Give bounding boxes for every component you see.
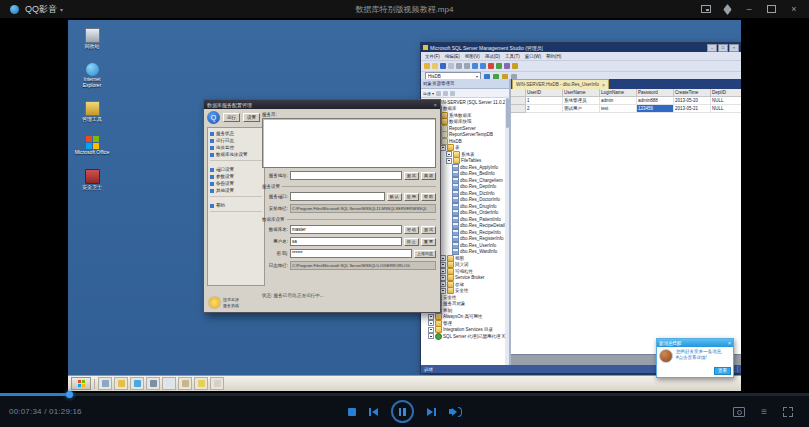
grid-cell[interactable]: 测试用户 <box>563 105 600 113</box>
notification-close-icon[interactable]: × <box>728 340 731 346</box>
row-header[interactable] <box>511 105 526 113</box>
playlist-button[interactable]: ≡ <box>761 407 767 417</box>
taskbar-app-sql-server[interactable] <box>210 377 224 390</box>
execute-icon[interactable] <box>488 63 494 69</box>
menu-item[interactable]: 视图(V) <box>465 54 480 59</box>
tab-settings[interactable]: 设置 <box>243 113 260 122</box>
grid-cell[interactable]: test <box>600 105 637 113</box>
previous-button[interactable] <box>369 408 378 416</box>
tab-run[interactable]: 运行 <box>223 113 240 122</box>
copy-icon[interactable] <box>464 63 470 69</box>
grid-cell[interactable]: 123456 <box>637 105 674 113</box>
video-display-area[interactable]: 回收站Internet Explorer管理工具Microsoft Office… <box>68 20 741 391</box>
ssms-close-button[interactable]: × <box>729 44 739 52</box>
ssms-titlebar[interactable]: Microsoft SQL Server Management Studio (… <box>421 43 741 52</box>
menu-item[interactable]: 文件(F) <box>425 54 440 59</box>
stop-icon[interactable] <box>450 91 455 96</box>
print-icon[interactable] <box>448 63 454 69</box>
column-header[interactable]: CreateTime <box>674 89 711 97</box>
expander-icon[interactable] <box>428 333 434 339</box>
save-icon[interactable] <box>440 63 446 69</box>
dialog-sidebar-item[interactable]: 连接监控 <box>210 144 262 151</box>
taskbar-app-config-tool[interactable] <box>194 377 208 390</box>
field-input[interactable] <box>290 225 402 234</box>
taskbar-app-notepad[interactable] <box>162 377 176 390</box>
menu-item[interactable]: 编辑(E) <box>445 54 460 59</box>
player-main-menu-button[interactable]: QQ影音 ▾ <box>25 3 63 16</box>
taskbar-app-server-manager[interactable] <box>146 377 160 390</box>
new-query-icon[interactable] <box>424 63 430 69</box>
dialog-button[interactable]: 测 试 <box>421 226 436 234</box>
dialog-sidebar-item[interactable]: 端口设置 <box>210 166 262 173</box>
objexp-scrollbar[interactable] <box>505 96 509 365</box>
notification-action-button[interactable]: 查看 <box>714 367 731 375</box>
close-button[interactable]: × <box>789 4 799 14</box>
tab-close-icon[interactable]: × <box>602 82 605 88</box>
grid-cell[interactable]: 2013-05-20 <box>674 97 711 105</box>
dialog-sidebar-item[interactable]: 数据库连接设置 <box>210 151 262 158</box>
minimize-button[interactable]: – <box>744 4 754 14</box>
desktop-icon-security[interactable]: 安全卫士 <box>74 169 110 191</box>
grid-cell[interactable]: 1 <box>526 97 563 105</box>
dialog-button[interactable]: 应 用 <box>404 193 419 201</box>
progress-handle[interactable] <box>66 391 73 398</box>
redo-icon[interactable] <box>480 63 486 69</box>
dialog-button[interactable]: 测 试 <box>404 172 419 180</box>
column-header[interactable]: UserID <box>526 89 563 97</box>
mini-mode-button[interactable] <box>701 5 711 13</box>
menu-item[interactable]: 工具(T) <box>505 54 520 59</box>
registered-servers-icon[interactable] <box>512 63 518 69</box>
dialog-sidebar-item[interactable]: 服务状态 <box>210 130 262 137</box>
connect-button[interactable]: 连接 ▾ <box>423 91 434 96</box>
dialog-titlebar[interactable]: 数据库服务配置管理 × <box>204 100 440 109</box>
column-header[interactable]: UserName <box>563 89 600 97</box>
skin-button[interactable] <box>723 3 732 14</box>
dialog-button[interactable]: 上传日志 <box>414 250 436 258</box>
grid-cell[interactable]: admin888 <box>637 97 674 105</box>
grid-cell[interactable]: 系统管理员 <box>563 97 600 105</box>
volume-button[interactable] <box>449 407 462 417</box>
desktop-icon-ie[interactable]: Internet Explorer <box>74 63 110 89</box>
seek-bar[interactable] <box>0 393 809 396</box>
taskbar-app-ssms[interactable] <box>178 377 192 390</box>
row-header[interactable] <box>511 97 526 105</box>
grid-cell[interactable]: 2013-05-21 <box>674 105 711 113</box>
grid-cell[interactable]: admin <box>600 97 637 105</box>
table-editor-tab[interactable]: WIN-SERVER.HisDB - dbo.Res_UserInfo × <box>512 79 609 89</box>
expander-icon[interactable] <box>446 158 452 164</box>
column-header[interactable]: DeptID <box>711 89 741 97</box>
desktop-icon-recycle-bin[interactable]: 回收站 <box>74 28 110 50</box>
dialog-sidebar-item[interactable]: 备份设置 <box>210 180 262 187</box>
open-file-icon[interactable] <box>432 63 438 69</box>
dialog-button[interactable]: 默 认 <box>387 193 402 201</box>
field-input[interactable] <box>290 192 385 201</box>
taskbar-app-explorer[interactable] <box>114 377 128 390</box>
cut-icon[interactable] <box>456 63 462 69</box>
notification-line1[interactable]: 您的好友发来一条消息, <box>676 349 722 354</box>
fullscreen-button[interactable] <box>783 407 793 417</box>
play-pause-button[interactable] <box>391 400 414 423</box>
desktop-icon-admin-tools[interactable]: 管理工具 <box>74 101 110 123</box>
dialog-sidebar-item[interactable]: 参数设置 <box>210 173 262 180</box>
refresh-icon[interactable] <box>436 91 441 96</box>
ssms-maximize-button[interactable]: □ <box>718 44 728 52</box>
expander-icon[interactable] <box>428 320 434 326</box>
menu-item[interactable]: 帮助(H) <box>546 54 561 59</box>
desktop-icon-office[interactable]: Microsoft Office <box>74 136 110 156</box>
ssms-minimize-button[interactable]: – <box>707 44 717 52</box>
tree-node[interactable]: SQL Server 代理(已禁用代理 XP) <box>421 333 509 340</box>
object-explorer-header[interactable]: 对象资源管理器 <box>421 79 509 89</box>
dialog-button[interactable]: 高 级 <box>421 172 436 180</box>
dialog-button[interactable]: 重 置 <box>421 238 436 246</box>
taskbar-app-show-desktop[interactable] <box>98 377 112 390</box>
expander-icon[interactable] <box>446 151 452 157</box>
dialog-sidebar-item[interactable]: 运行日志 <box>210 137 262 144</box>
next-button[interactable] <box>427 408 436 416</box>
dialog-sidebar-item[interactable]: 帮助 <box>210 202 262 209</box>
field-input[interactable] <box>290 171 402 180</box>
column-header[interactable]: Password <box>637 89 674 97</box>
scrollbar-thumb[interactable] <box>506 98 509 128</box>
dialog-close-icon[interactable]: × <box>433 102 437 108</box>
menu-item[interactable]: 调试(D) <box>485 54 500 59</box>
stop-button[interactable] <box>348 408 356 416</box>
